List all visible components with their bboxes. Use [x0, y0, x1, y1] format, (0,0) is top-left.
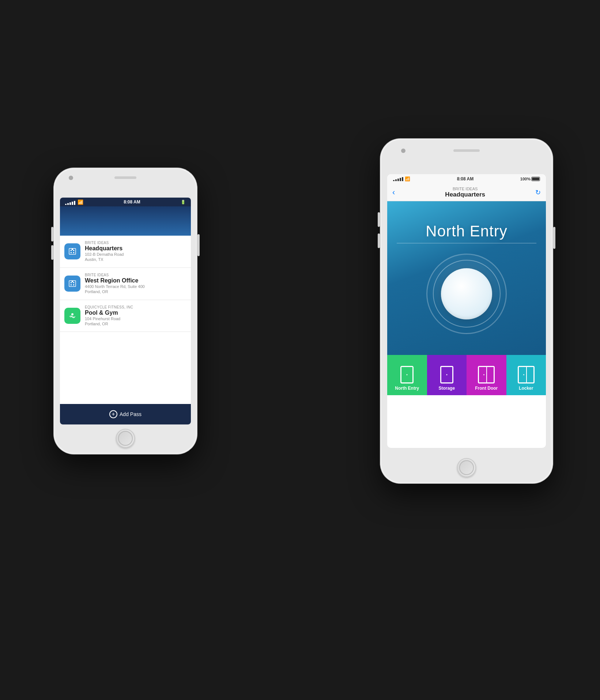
nav-org: BRITE IDEAS	[445, 187, 485, 191]
power-button-front[interactable]	[553, 227, 555, 249]
circle-outer	[426, 254, 507, 334]
circle-inner[interactable]	[441, 268, 492, 319]
status-bar-back: 📶 8:08 AM 🔋	[60, 198, 191, 206]
tab-north-entry-label: North Entry	[395, 386, 419, 391]
svg-rect-2	[73, 250, 74, 251]
svg-point-12	[71, 313, 73, 315]
screen-back: 📶 8:08 AM 🔋	[60, 198, 191, 424]
list-item-pool-gym[interactable]: EQUICYCLE FITNESS, INC Pool & Gym 104 Pi…	[60, 300, 191, 332]
west-addr1: 4400 North Terrace Rd, Suite 400	[85, 284, 186, 289]
screen-front: 📶 8:08 AM 100% ‹ BRITE IDEAS Headquarter…	[387, 174, 546, 448]
storage-icon	[440, 366, 453, 383]
volume-down-button-front[interactable]	[378, 233, 380, 248]
sb3	[397, 179, 399, 181]
battery-group: 100%	[520, 177, 540, 181]
signal-icon-front	[393, 177, 403, 181]
circle-mid	[433, 260, 501, 327]
door-name-label: North Entry	[397, 222, 536, 243]
speaker-front	[453, 149, 480, 152]
west-text: BRITE IDEAS West Region Office 4400 Nort…	[85, 273, 186, 295]
detail-main: North Entry	[387, 201, 546, 355]
pool-addr1: 104 Pinehurst Road	[85, 316, 186, 321]
sb2	[395, 179, 397, 181]
svg-rect-5	[72, 248, 73, 250]
volume-up-button[interactable]	[51, 227, 53, 242]
list-header	[60, 206, 191, 236]
location-list: BRITE IDEAS Headquarters 102-B Dematha R…	[60, 236, 191, 332]
power-button[interactable]	[197, 234, 200, 256]
tab-front-door[interactable]: Front Door	[467, 355, 506, 395]
tab-north-entry[interactable]: North Entry	[387, 355, 427, 395]
signal-bar-5	[74, 201, 75, 205]
wifi-icon: 📶	[78, 199, 83, 205]
battery-fill	[532, 177, 539, 180]
speaker-back	[114, 176, 136, 179]
add-pass-label[interactable]: Add Pass	[120, 411, 141, 417]
list-item-headquarters[interactable]: BRITE IDEAS Headquarters 102-B Dematha R…	[60, 236, 191, 268]
scene: 📶 8:08 AM 🔋	[0, 0, 600, 700]
hq-addr2: Austin, TX	[85, 257, 186, 262]
signal-bar-2	[67, 203, 69, 205]
west-icon	[64, 276, 80, 292]
time-back: 8:08 AM	[124, 199, 140, 205]
home-button-front[interactable]	[457, 458, 476, 477]
svg-rect-9	[71, 284, 72, 285]
hq-text: BRITE IDEAS Headquarters 102-B Dematha R…	[85, 241, 186, 262]
nav-title: BRITE IDEAS Headquarters	[445, 187, 485, 198]
volume-up-button-front[interactable]	[378, 212, 380, 227]
list-footer: + Add Pass	[60, 404, 191, 424]
north-entry-icon	[400, 366, 414, 383]
svg-rect-8	[73, 282, 74, 283]
hq-addr1: 102-B Dematha Road	[85, 252, 186, 257]
pool-name: Pool & Gym	[85, 309, 186, 316]
wifi-icon-front: 📶	[405, 176, 410, 181]
sb4	[400, 178, 401, 181]
front-door-icon	[478, 366, 495, 383]
signal-bar-3	[69, 202, 71, 205]
sb5	[402, 177, 403, 181]
tab-locker[interactable]: Locker	[506, 355, 546, 395]
tab-locker-label: Locker	[519, 386, 533, 391]
tab-storage[interactable]: Storage	[427, 355, 467, 395]
signal-group: 📶	[393, 176, 410, 181]
svg-rect-7	[71, 282, 72, 283]
locker-icon	[518, 366, 535, 383]
battery-box	[531, 177, 540, 181]
hq-name: Headquarters	[85, 245, 186, 252]
signal-bar-1	[65, 204, 67, 205]
door-tabs: North Entry Storage Front Door Locker	[387, 355, 546, 395]
svg-rect-4	[73, 252, 74, 253]
status-bar-front: 📶 8:08 AM 100%	[387, 174, 546, 184]
volume-down-button[interactable]	[51, 245, 53, 260]
home-button-back[interactable]	[116, 429, 135, 448]
front-camera-front	[401, 149, 405, 153]
back-button[interactable]: ‹	[392, 188, 395, 197]
signal-bar-4	[72, 202, 73, 205]
phone-front: 📶 8:08 AM 100% ‹ BRITE IDEAS Headquarter…	[381, 139, 552, 483]
hq-org: BRITE IDEAS	[85, 241, 186, 245]
time-front: 8:08 AM	[457, 176, 474, 181]
front-camera-back	[69, 176, 73, 180]
signal-icon: 📶	[65, 199, 83, 205]
sb1	[393, 180, 395, 181]
nav-location: Headquarters	[445, 191, 485, 198]
add-pass-icon[interactable]: +	[109, 410, 117, 418]
battery-pct: 100%	[520, 177, 531, 181]
battery-back: 🔋	[181, 200, 186, 205]
pool-text: EQUICYCLE FITNESS, INC Pool & Gym 104 Pi…	[85, 305, 186, 327]
tab-storage-label: Storage	[438, 386, 455, 391]
pool-addr2: Portland, OR	[85, 321, 186, 326]
pool-icon	[64, 308, 80, 324]
phone-back: 📶 8:08 AM 🔋	[54, 168, 197, 454]
svg-rect-11	[72, 281, 73, 282]
pool-org: EQUICYCLE FITNESS, INC	[85, 305, 186, 309]
west-name: West Region Office	[85, 277, 186, 284]
svg-rect-3	[71, 252, 72, 253]
list-item-west-region[interactable]: BRITE IDEAS West Region Office 4400 Nort…	[60, 268, 191, 300]
tab-front-door-label: Front Door	[475, 386, 498, 391]
unlock-button-wrap[interactable]	[426, 254, 507, 334]
refresh-button[interactable]: ↻	[535, 188, 541, 196]
hq-icon	[64, 243, 80, 259]
svg-rect-1	[71, 250, 72, 251]
nav-bar: ‹ BRITE IDEAS Headquarters ↻	[387, 184, 546, 201]
